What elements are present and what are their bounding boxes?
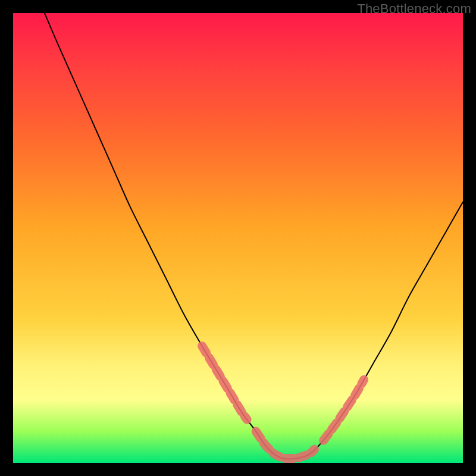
right-slope-band	[324, 380, 364, 440]
chart-svg	[13, 13, 463, 463]
left-slope-band	[202, 346, 248, 419]
highlight-bands	[202, 346, 364, 458]
bottleneck-curve	[45, 13, 463, 459]
valley-band	[256, 431, 314, 458]
